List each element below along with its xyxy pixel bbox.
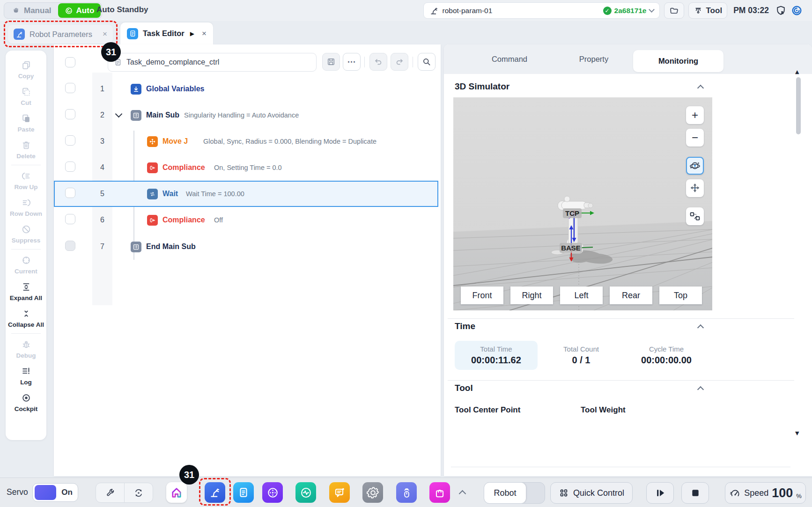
monitoring-panel: Command Property Monitoring ▲ ▼ 3D Simul… <box>444 44 812 476</box>
stat-value: 0 / 1 <box>572 355 591 366</box>
close-icon[interactable]: × <box>202 29 207 38</box>
log-button[interactable]: Log <box>6 362 46 389</box>
task-row-compliance-on[interactable]: 4 Compliance On, Setting Time = 0.0 <box>54 154 438 181</box>
collapse-section-icon[interactable] <box>697 386 704 393</box>
task-row-compliance-off[interactable]: 6 Compliance Off <box>54 207 438 233</box>
dart-platform-app: { "top_bar": { "manual": "Manual", "auto… <box>0 0 812 507</box>
robot-parameter-selector[interactable]: robot-param-01 ✓ 2a68171e <box>423 2 660 19</box>
manual-mode-button[interactable]: Manual <box>5 4 58 17</box>
paste-button[interactable]: Paste <box>6 110 46 136</box>
robot-sim-toggle[interactable]: Robot <box>484 482 545 504</box>
version-selector[interactable]: ✓ 2a68171e <box>603 7 654 15</box>
select-all-checkbox[interactable] <box>65 57 75 67</box>
redo-button[interactable] <box>391 53 408 71</box>
row-checkbox[interactable] <box>65 83 75 93</box>
task-row-wait-selected[interactable]: 5 Wait Wait Time = 100.00 <box>54 181 438 207</box>
log-icon <box>21 365 31 377</box>
row-checkbox[interactable] <box>65 214 75 224</box>
cycle-time-stat: Cycle Time 00:00:00.00 <box>624 341 709 370</box>
align-axis-button[interactable] <box>125 483 153 502</box>
row-checkbox[interactable] <box>65 135 75 146</box>
scrollbar-thumb[interactable] <box>796 77 801 134</box>
save-button[interactable] <box>322 53 340 71</box>
tab-monitoring[interactable]: Monitoring <box>633 50 723 72</box>
task-row-main-sub[interactable]: 2 Main Sub Singularity Handling = Auto A… <box>54 102 438 128</box>
row-down-icon <box>21 197 31 209</box>
tool-weight-label: Tool Weight <box>581 405 626 415</box>
servo-toggle[interactable]: On <box>32 483 78 502</box>
remote-control-app-icon[interactable] <box>396 482 417 503</box>
row-name: Compliance <box>162 216 205 224</box>
row-down-button[interactable]: Row Down <box>6 194 46 220</box>
store-app-icon[interactable] <box>429 482 450 503</box>
current-button[interactable]: Current <box>6 251 46 278</box>
zoom-out-button[interactable]: − <box>686 129 704 147</box>
measure-distance-button[interactable] <box>686 207 704 225</box>
collapse-all-button[interactable]: Collapse All <box>6 305 46 331</box>
safety-shield-icon[interactable] <box>775 5 787 16</box>
tab-command[interactable]: Command <box>472 44 547 74</box>
debug-button[interactable]: Debug <box>6 336 46 362</box>
stop-button[interactable] <box>681 482 709 504</box>
auto-mode-button[interactable]: Auto <box>58 3 101 18</box>
row-checkbox[interactable] <box>65 188 75 198</box>
pan-move-button[interactable] <box>686 179 704 197</box>
row-name: Global Variables <box>146 85 205 93</box>
collapse-chevron-icon[interactable] <box>115 110 123 118</box>
collapse-section-icon[interactable] <box>697 85 704 91</box>
row-checkbox[interactable] <box>65 109 75 119</box>
task-row-move-j[interactable]: 3 Move J Global, Sync, Radius = 0.000, B… <box>54 128 438 154</box>
cut-button[interactable]: Cut <box>6 83 46 110</box>
view-left-button[interactable]: Left <box>560 287 603 304</box>
collapse-section-icon[interactable] <box>697 324 704 331</box>
copy-button[interactable]: Copy <box>6 56 46 83</box>
scroll-up-arrow[interactable]: ▲ <box>795 69 799 75</box>
monitoring-app-icon[interactable] <box>295 482 316 503</box>
divider <box>448 318 794 319</box>
row-name: Move J <box>162 137 188 146</box>
expand-all-button[interactable]: Expand All <box>6 278 46 305</box>
quick-control-button[interactable]: Quick Control <box>550 482 633 504</box>
row-up-button[interactable]: Row Up <box>6 167 46 194</box>
task-name-field[interactable]: Task_demo_complance_ctrl <box>108 53 317 72</box>
settings-app-icon[interactable] <box>362 482 383 503</box>
scroll-down-arrow[interactable]: ▼ <box>795 430 799 436</box>
row-name: Wait <box>162 190 178 198</box>
view-top-button[interactable]: Top <box>659 287 702 304</box>
tool-button[interactable]: Tool <box>688 2 728 19</box>
task-row-global-variables[interactable]: 1 Global Variables <box>54 76 438 102</box>
more-options-button[interactable]: ⋯ <box>343 53 361 71</box>
tab-task-editor[interactable]: Task Editor ▶ × <box>120 22 213 44</box>
dock-collapse-chevron[interactable] <box>459 490 466 498</box>
row-checkbox[interactable] <box>65 162 75 172</box>
view-rear-button[interactable]: Rear <box>610 287 652 304</box>
view-front-button[interactable]: Front <box>461 287 503 304</box>
zoom-in-button[interactable]: + <box>686 106 704 124</box>
step-play-button[interactable] <box>646 482 674 504</box>
suppress-button[interactable]: Suppress <box>6 220 46 247</box>
home-app-icon[interactable] <box>166 482 187 503</box>
toggle-knob <box>35 485 56 500</box>
robot-icon <box>429 6 439 15</box>
simulator-viewport[interactable]: TCP BASE + − Front Right Left Rear Top <box>453 97 712 310</box>
move-j-icon <box>147 136 158 147</box>
task-editor-app-icon[interactable] <box>233 482 254 503</box>
auto-label: Auto <box>76 6 95 15</box>
task-row-end-main-sub[interactable]: 7 End Main Sub <box>54 234 438 260</box>
undo-button[interactable] <box>369 53 387 71</box>
simulator-section-title: 3D Simulator <box>455 81 509 92</box>
network-sync-icon[interactable] <box>791 5 803 16</box>
search-button[interactable] <box>418 53 436 71</box>
speed-control[interactable]: Speed 100 % <box>725 482 806 504</box>
jog-app-icon[interactable] <box>262 482 283 503</box>
orbit-rotate-button[interactable] <box>686 157 704 175</box>
sub-routine-icon <box>131 242 141 252</box>
open-file-button[interactable] <box>664 2 684 19</box>
tab-property[interactable]: Property <box>556 44 631 74</box>
message-log-app-icon[interactable] <box>329 482 350 503</box>
wrench-button[interactable] <box>96 483 125 502</box>
view-right-button[interactable]: Right <box>510 287 553 304</box>
speedometer-icon <box>729 487 741 499</box>
delete-button[interactable]: Delete <box>6 136 46 163</box>
cockpit-button[interactable]: Cockpit <box>6 389 46 416</box>
